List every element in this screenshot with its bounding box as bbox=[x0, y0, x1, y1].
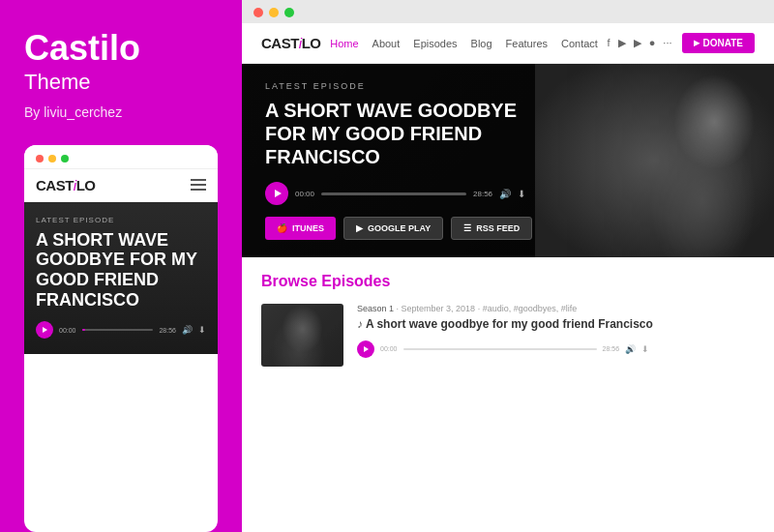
hero-person-image bbox=[535, 64, 775, 257]
hero-time-start: 00:00 bbox=[295, 190, 314, 198]
browser-dot-yellow bbox=[269, 8, 279, 17]
mobile-topbar bbox=[24, 145, 218, 169]
right-panel: CASTiLO Home About Episodes Blog Feature… bbox=[242, 0, 774, 532]
author-credit: By liviu_cerchez bbox=[24, 104, 218, 120]
hero-latest-label: LATEST EPISODE bbox=[265, 81, 555, 91]
browse-label: Browse bbox=[261, 273, 317, 289]
hero-time-end: 28:56 bbox=[473, 190, 492, 198]
mobile-volume-icon[interactable]: 🔊 bbox=[182, 325, 193, 335]
website-preview: CASTiLO Home About Episodes Blog Feature… bbox=[242, 23, 774, 532]
nav-link-about[interactable]: About bbox=[372, 38, 401, 49]
episode-title[interactable]: A short wave goodbye for my good friend … bbox=[357, 317, 755, 333]
facebook-icon[interactable]: f bbox=[608, 37, 610, 49]
hero-volume-icon[interactable]: 🔊 bbox=[499, 189, 511, 199]
thumb-silhouette bbox=[261, 304, 343, 367]
play-icon[interactable]: ▶ bbox=[618, 37, 626, 49]
nav-right: f ▶ ▶ ● ··· DONATE bbox=[608, 33, 755, 53]
browser-dot-red bbox=[253, 8, 263, 17]
mobile-time-start: 00:00 bbox=[59, 327, 76, 334]
nav-link-blog[interactable]: Blog bbox=[471, 38, 492, 49]
mobile-download-icon[interactable]: ⬇ bbox=[198, 325, 206, 335]
social-icons: f ▶ ▶ ● ··· bbox=[608, 37, 672, 49]
episode-thumbnail bbox=[261, 304, 343, 367]
donate-button[interactable]: DONATE bbox=[682, 33, 755, 53]
hamburger-menu-icon[interactable] bbox=[191, 179, 206, 191]
nav-link-home[interactable]: Home bbox=[330, 38, 358, 49]
nav-link-episodes[interactable]: Episodes bbox=[413, 38, 457, 49]
site-logo: CASTiLO bbox=[261, 35, 321, 51]
rss-label: RSS FEED bbox=[476, 223, 520, 233]
mobile-progress-bar[interactable] bbox=[82, 329, 154, 331]
hero-silhouette bbox=[535, 64, 775, 257]
nav-link-contact[interactable]: Contact bbox=[561, 38, 598, 49]
mobile-time-end: 28:56 bbox=[159, 327, 176, 334]
theme-subtitle: Theme bbox=[24, 70, 218, 95]
theme-title: Castilo bbox=[24, 29, 218, 68]
episode-play-button[interactable] bbox=[357, 340, 374, 358]
rss-feed-button[interactable]: ☰ RSS FEED bbox=[451, 217, 532, 240]
mobile-logo-bar: CASTiLO bbox=[24, 169, 218, 202]
hero-player-bar: 00:00 28:56 🔊 ⬇ bbox=[265, 182, 555, 205]
itunes-label: ITUNES bbox=[292, 223, 324, 233]
mobile-latest-label: LATEST EPISODE bbox=[36, 216, 206, 224]
browse-highlight: Episodes bbox=[321, 273, 390, 289]
nav-link-features[interactable]: Features bbox=[506, 38, 548, 49]
mobile-dot-yellow bbox=[48, 155, 56, 163]
itunes-button[interactable]: 🍎 ITUNES bbox=[265, 217, 336, 240]
mobile-preview: CASTiLO LATEST EPISODE A SHORT WAVE GOOD… bbox=[24, 145, 218, 532]
hero-play-button[interactable] bbox=[265, 182, 288, 205]
left-panel: Castilo Theme By liviu_cerchez CASTiLO L… bbox=[0, 0, 242, 532]
browser-dot-green bbox=[284, 8, 294, 17]
hero-content: LATEST EPISODE A SHORT WAVE GOODBYE FOR … bbox=[265, 81, 555, 240]
site-nav: CASTiLO Home About Episodes Blog Feature… bbox=[242, 23, 774, 64]
google-play-icon: ▶ bbox=[356, 223, 363, 233]
episode-season: Season 1 bbox=[357, 304, 394, 313]
google-play-label: GOOGLE PLAY bbox=[368, 223, 431, 233]
episode-meta: Season 1 · September 3, 2018 · #audio, #… bbox=[357, 304, 755, 313]
rss-icon: ☰ bbox=[463, 223, 471, 233]
episode-info: Season 1 · September 3, 2018 · #audio, #… bbox=[357, 304, 755, 358]
youtube-icon[interactable]: ▶ bbox=[634, 37, 641, 49]
browse-section: Browse Episodes Season 1 · September 3, … bbox=[242, 257, 774, 532]
episode-time-start: 00:00 bbox=[380, 345, 398, 352]
hero-download-icon[interactable]: ⬇ bbox=[518, 189, 525, 199]
episode-date: September 3, 2018 bbox=[402, 304, 476, 313]
mobile-hero: LATEST EPISODE A SHORT WAVE GOODBYE FOR … bbox=[24, 202, 218, 355]
spotify-icon[interactable]: ● bbox=[649, 37, 656, 49]
hero-progress-bar[interactable] bbox=[321, 192, 466, 195]
mobile-dot-green bbox=[61, 155, 69, 163]
hero-buttons: 🍎 ITUNES ▶ GOOGLE PLAY ☰ RSS FEED bbox=[265, 217, 555, 240]
mobile-episode-title: A SHORT WAVE GOODBYE FOR MY GOOD FRIEND … bbox=[36, 230, 206, 310]
hero-episode-title: A SHORT WAVE GOODBYE FOR MY GOOD FRIEND … bbox=[265, 99, 555, 168]
mobile-site-logo: CASTiLO bbox=[36, 177, 96, 193]
episode-download-icon[interactable]: ⬇ bbox=[641, 344, 649, 354]
mobile-player-bar: 00:00 28:56 🔊 ⬇ bbox=[36, 321, 206, 339]
site-hero: LATEST EPISODE A SHORT WAVE GOODBYE FOR … bbox=[242, 64, 774, 257]
more-icon[interactable]: ··· bbox=[663, 37, 671, 49]
episode-player: 00:00 28:56 🔊 ⬇ bbox=[357, 340, 755, 358]
browse-heading: Browse Episodes bbox=[261, 273, 755, 290]
episode-tags: #audio, #goodbyes, #life bbox=[483, 304, 578, 313]
browser-chrome bbox=[242, 0, 774, 23]
mobile-dot-red bbox=[36, 155, 44, 163]
google-play-button[interactable]: ▶ GOOGLE PLAY bbox=[343, 217, 443, 240]
nav-links: Home About Episodes Blog Features Contac… bbox=[330, 38, 598, 49]
mobile-progress-fill bbox=[82, 329, 86, 331]
apple-icon: 🍎 bbox=[277, 223, 287, 233]
episode-volume-icon[interactable]: 🔊 bbox=[625, 344, 636, 354]
episode-row: Season 1 · September 3, 2018 · #audio, #… bbox=[261, 304, 755, 367]
episode-progress-bar[interactable] bbox=[403, 348, 597, 350]
mobile-window-dots bbox=[36, 155, 69, 163]
episode-time-end: 28:56 bbox=[603, 345, 620, 352]
mobile-play-button[interactable] bbox=[36, 321, 53, 339]
